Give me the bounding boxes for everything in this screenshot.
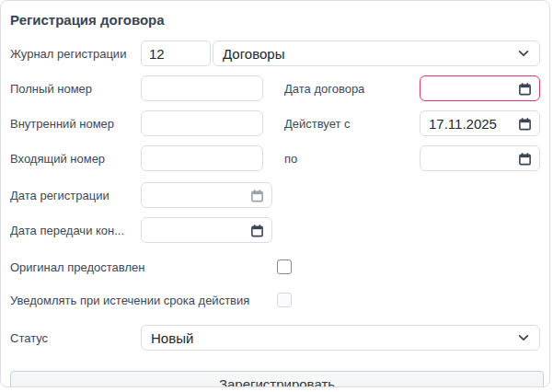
calendar-icon[interactable] [518,117,532,131]
internal-number-row: Внутренний номер Действует с [10,110,540,136]
contract-date-field [420,75,540,101]
chevron-down-icon [517,331,530,344]
incoming-number-row: Входящий номер по [10,145,540,171]
full-number-row: Полный номер Дата договора [10,75,540,101]
status-select[interactable]: Новый [141,325,540,351]
transfer-date-input[interactable] [142,219,250,241]
transfer-date-label: Дата передачи кон... [10,224,141,237]
contract-registration-panel: Регистрация договора Журнал регистрации … [0,0,550,387]
calendar-icon[interactable] [518,82,532,96]
contract-date-input[interactable] [421,77,518,99]
chevron-down-icon [517,47,530,60]
registration-date-label: Дата регистрации [10,189,141,202]
internal-number-label: Внутренний номер [10,117,141,131]
original-provided-checkbox[interactable] [277,259,292,274]
journal-select[interactable]: Договоры [213,40,540,66]
valid-from-label: Действует с [284,117,420,131]
journal-row: Журнал регистрации Договоры [10,40,540,66]
status-row: Статус Новый [10,325,540,351]
page-title: Регистрация договора [10,12,540,28]
incoming-number-label: Входящий номер [10,152,141,166]
valid-to-input[interactable] [421,147,518,169]
registration-date-field [141,182,272,208]
registration-date-input[interactable] [142,184,250,206]
valid-from-field [420,110,540,136]
contract-date-label: Дата договора [284,82,420,96]
valid-to-field [420,145,540,171]
status-selected-value: Новый [151,330,193,346]
valid-from-input[interactable] [421,112,518,134]
register-button[interactable]: Зарегистрировать [10,371,544,387]
incoming-number-input[interactable] [141,145,263,171]
full-number-label: Полный номер [10,82,141,96]
registration-date-row: Дата регистрации [10,182,540,208]
notify-expiration-label: Уведомлять при истечении срока действия [10,294,277,307]
calendar-icon[interactable] [250,189,264,202]
transfer-date-row: Дата передачи кон... [10,217,540,243]
transfer-date-field [141,217,272,243]
status-label: Статус [10,331,141,345]
calendar-icon[interactable] [250,224,264,237]
full-number-input[interactable] [141,75,263,101]
journal-selected-value: Договоры [223,46,284,62]
valid-to-label: по [284,152,420,166]
original-provided-row: Оригинал предоставлен [10,259,540,275]
notify-expiration-row: Уведомлять при истечении срока действия [10,292,540,308]
journal-number-input[interactable] [141,40,211,66]
internal-number-input[interactable] [141,110,263,136]
calendar-icon[interactable] [518,152,532,166]
notify-expiration-checkbox [277,293,292,307]
original-provided-label: Оригинал предоставлен [10,260,277,274]
journal-label: Журнал регистрации [10,47,141,61]
